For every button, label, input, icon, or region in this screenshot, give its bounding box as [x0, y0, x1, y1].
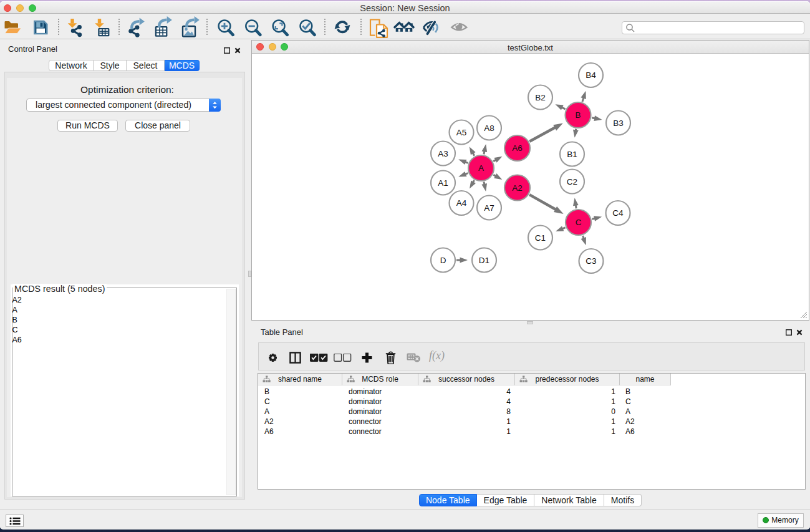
svg-text:A5: A5: [456, 128, 467, 137]
svg-text:A7: A7: [484, 203, 494, 213]
svg-text:C1: C1: [535, 233, 546, 243]
svg-text:C2: C2: [567, 177, 577, 186]
svg-text:A3: A3: [438, 149, 448, 158]
svg-text:A: A: [478, 163, 484, 173]
svg-text:D1: D1: [479, 256, 489, 265]
svg-text:A8: A8: [484, 123, 494, 133]
svg-text:B1: B1: [567, 150, 577, 159]
svg-text:B4: B4: [586, 70, 596, 80]
svg-text:A6: A6: [512, 143, 523, 153]
svg-text:C3: C3: [586, 256, 596, 266]
svg-text:A2: A2: [512, 183, 523, 193]
svg-text:C: C: [576, 218, 582, 227]
svg-text:D: D: [440, 256, 446, 265]
svg-text:A4: A4: [456, 198, 467, 208]
svg-text:A1: A1: [438, 178, 448, 188]
svg-text:C4: C4: [612, 208, 624, 218]
svg-text:B: B: [575, 110, 581, 120]
svg-text:B2: B2: [535, 93, 546, 102]
svg-text:B3: B3: [613, 118, 624, 128]
